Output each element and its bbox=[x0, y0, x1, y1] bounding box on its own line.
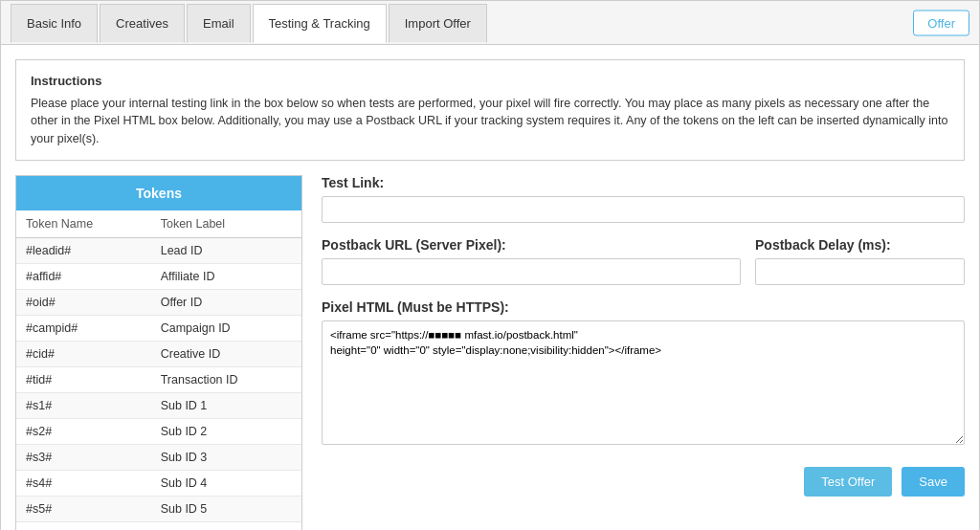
tab-import-offer[interactable]: Import Offer bbox=[389, 4, 487, 43]
table-row: #s2#Sub ID 2 bbox=[16, 418, 301, 444]
token-name-cell: #s5# bbox=[16, 496, 151, 521]
col-token-label: Token Label bbox=[151, 210, 301, 238]
pixel-html-textarea[interactable] bbox=[322, 320, 965, 445]
table-row: #cid#Creative ID bbox=[16, 341, 301, 366]
token-name-cell: #leadid# bbox=[16, 237, 151, 263]
postback-delay-group: Postback Delay (ms): bbox=[755, 237, 965, 285]
postback-url-group: Postback URL (Server Pixel): bbox=[322, 237, 741, 285]
save-button[interactable]: Save bbox=[902, 467, 965, 497]
test-link-group: Test Link: bbox=[322, 175, 965, 223]
tab-testing-tracking[interactable]: Testing & Tracking bbox=[253, 4, 387, 43]
table-row: #s1#Sub ID 1 bbox=[16, 392, 301, 418]
tab-email[interactable]: Email bbox=[187, 4, 251, 43]
tokens-section: Tokens Token Name Token Label #leadid#Le… bbox=[15, 175, 302, 530]
tokens-table: Token Name Token Label #leadid#Lead ID#a… bbox=[16, 210, 301, 530]
token-name-cell: #s2# bbox=[16, 418, 151, 444]
instructions-box: Instructions Please place your internal … bbox=[15, 59, 965, 161]
table-row: #leadid#Lead ID bbox=[16, 237, 301, 263]
test-link-input[interactable] bbox=[322, 196, 965, 223]
postback-delay-input[interactable] bbox=[755, 258, 965, 285]
token-label-cell: Offer ID bbox=[151, 289, 301, 315]
content-columns: Tokens Token Name Token Label #leadid#Le… bbox=[15, 175, 965, 530]
token-label-cell: Sub ID 4 bbox=[151, 470, 301, 496]
postback-delay-label: Postback Delay (ms): bbox=[755, 237, 965, 253]
pixel-html-group: Pixel HTML (Must be HTTPS): bbox=[322, 299, 965, 448]
postback-row: Postback URL (Server Pixel): Postback De… bbox=[322, 237, 965, 285]
tab-bar: Basic Info Creatives Email Testing & Tra… bbox=[1, 1, 979, 45]
token-label-cell: Payout bbox=[151, 521, 301, 530]
tab-creatives[interactable]: Creatives bbox=[100, 4, 185, 43]
test-offer-button[interactable]: Test Offer bbox=[804, 467, 892, 497]
token-label-cell: Transaction ID bbox=[151, 366, 301, 392]
token-label-cell: Lead ID bbox=[151, 237, 301, 263]
token-name-cell: #s4# bbox=[16, 470, 151, 496]
table-row: #s3#Sub ID 3 bbox=[16, 444, 301, 470]
tab-basic-info[interactable]: Basic Info bbox=[11, 4, 98, 43]
token-label-cell: Affiliate ID bbox=[151, 263, 301, 289]
col-token-name: Token Name bbox=[16, 210, 151, 238]
token-label-cell: Sub ID 1 bbox=[151, 392, 301, 418]
table-row: #s5#Sub ID 5 bbox=[16, 496, 301, 521]
table-row: #oid#Offer ID bbox=[16, 289, 301, 315]
table-row: #affid#Affiliate ID bbox=[16, 263, 301, 289]
table-row: #price#Payout bbox=[16, 521, 301, 530]
token-label-cell: Sub ID 3 bbox=[151, 444, 301, 470]
token-name-cell: #campid# bbox=[16, 315, 151, 341]
token-label-cell: Creative ID bbox=[151, 341, 301, 366]
token-name-cell: #oid# bbox=[16, 289, 151, 315]
pixel-html-label: Pixel HTML (Must be HTTPS): bbox=[322, 299, 965, 315]
token-name-cell: #s1# bbox=[16, 392, 151, 418]
token-name-cell: #s3# bbox=[16, 444, 151, 470]
main-content: Instructions Please place your internal … bbox=[1, 45, 979, 530]
form-section: Test Link: Postback URL (Server Pixel): … bbox=[322, 175, 965, 530]
instructions-text: Please place your internal testing link … bbox=[31, 97, 947, 146]
table-row: #campid#Campaign ID bbox=[16, 315, 301, 341]
token-name-cell: #price# bbox=[16, 521, 151, 530]
postback-url-label: Postback URL (Server Pixel): bbox=[322, 237, 741, 253]
postback-url-input[interactable] bbox=[322, 258, 741, 285]
tokens-header: Tokens bbox=[16, 176, 301, 210]
instructions-title: Instructions bbox=[31, 72, 949, 91]
token-name-cell: #affid# bbox=[16, 263, 151, 289]
token-name-cell: #cid# bbox=[16, 341, 151, 366]
table-row: #tid#Transaction ID bbox=[16, 366, 301, 392]
action-buttons: Test Offer Save bbox=[322, 467, 965, 497]
offer-button[interactable]: Offer bbox=[913, 10, 969, 35]
test-link-label: Test Link: bbox=[322, 175, 965, 190]
table-row: #s4#Sub ID 4 bbox=[16, 470, 301, 496]
token-label-cell: Campaign ID bbox=[151, 315, 301, 341]
token-label-cell: Sub ID 2 bbox=[151, 418, 301, 444]
token-label-cell: Sub ID 5 bbox=[151, 496, 301, 521]
token-name-cell: #tid# bbox=[16, 366, 151, 392]
